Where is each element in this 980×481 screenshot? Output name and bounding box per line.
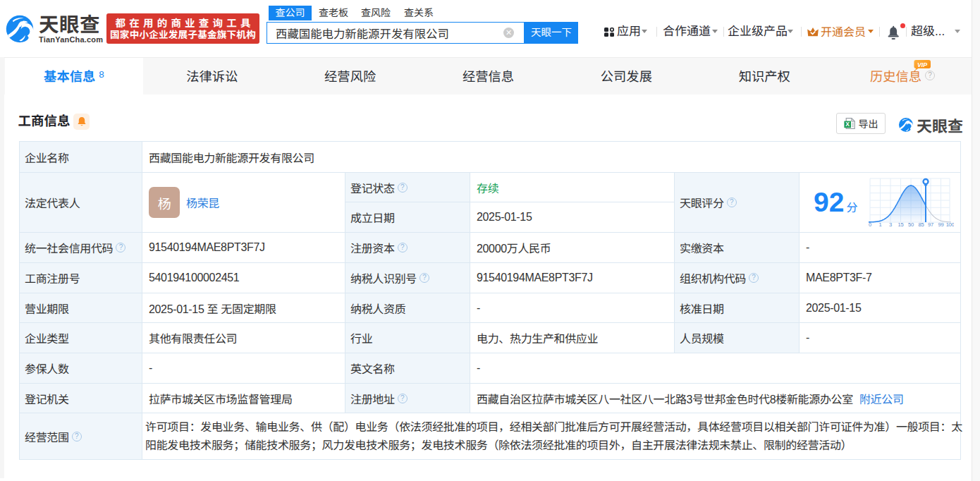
svg-text:3: 3 — [889, 221, 892, 228]
svg-text:100: 100 — [946, 221, 954, 228]
svg-text:0: 0 — [869, 221, 871, 228]
svg-text:15: 15 — [898, 221, 904, 228]
svg-text:VIP: VIP — [917, 61, 927, 68]
svg-text:X: X — [845, 121, 850, 128]
svg-text:99: 99 — [938, 221, 944, 228]
svg-text:97: 97 — [928, 221, 933, 228]
svg-text:85: 85 — [919, 221, 924, 228]
svg-text:1: 1 — [879, 221, 882, 228]
svg-text:50: 50 — [908, 221, 914, 228]
